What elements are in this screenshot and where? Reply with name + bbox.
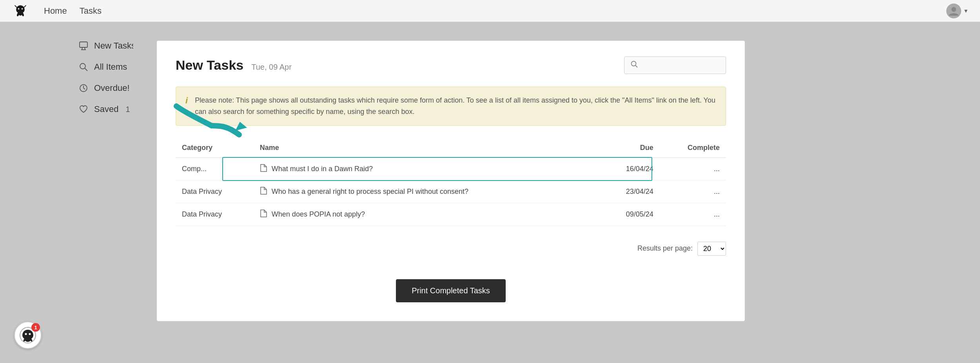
task-name[interactable]: When does POPIA not apply? bbox=[254, 203, 582, 226]
monitor-icon bbox=[78, 41, 89, 51]
table-row[interactable]: Data Privacy When does POPIA not apply? bbox=[176, 203, 726, 226]
sidebar: New Tasks 3 All Items 4 Overdue! bbox=[0, 22, 133, 363]
col-complete: Complete bbox=[660, 140, 726, 158]
main-card: New Tasks Tue, 09 Apr i Please note: bbox=[157, 41, 745, 321]
sidebar-item-new-tasks[interactable]: New Tasks 3 bbox=[78, 41, 121, 51]
task-complete[interactable]: ... bbox=[660, 157, 726, 180]
task-spacer bbox=[582, 203, 600, 226]
sidebar-saved-badge: 1 bbox=[125, 105, 130, 114]
sidebar-new-tasks-label: New Tasks bbox=[94, 41, 136, 51]
card-date: Tue, 09 Apr bbox=[251, 63, 292, 72]
document-icon bbox=[260, 209, 267, 219]
svg-line-11 bbox=[83, 88, 85, 89]
search-input[interactable] bbox=[642, 61, 719, 69]
task-table: Category Name Due Complete Comp... bbox=[176, 140, 726, 226]
print-completed-button[interactable]: Print Completed Tasks bbox=[396, 279, 506, 302]
sidebar-overdue-label: Overdue! bbox=[94, 83, 130, 93]
task-spacer bbox=[582, 180, 600, 203]
clock-icon bbox=[78, 83, 89, 93]
task-name-text: When does POPIA not apply? bbox=[272, 210, 365, 219]
task-name-cell: When does POPIA not apply? bbox=[260, 209, 575, 219]
task-complete[interactable]: ... bbox=[660, 203, 726, 226]
task-complete[interactable]: ... bbox=[660, 180, 726, 203]
svg-point-7 bbox=[80, 63, 85, 69]
sidebar-all-items-label: All Items bbox=[94, 62, 127, 72]
col-due: Due bbox=[600, 140, 659, 158]
app-logo[interactable] bbox=[13, 3, 28, 19]
document-icon bbox=[260, 164, 267, 174]
svg-line-8 bbox=[85, 69, 88, 71]
sidebar-item-overdue[interactable]: Overdue! bbox=[78, 83, 121, 93]
svg-point-0 bbox=[18, 8, 20, 9]
info-icon: i bbox=[185, 96, 188, 106]
heart-icon bbox=[78, 104, 89, 114]
col-name: Name bbox=[254, 140, 582, 158]
card-title-group: New Tasks Tue, 09 Apr bbox=[176, 58, 292, 73]
task-category: Comp... bbox=[176, 157, 254, 180]
svg-point-1 bbox=[22, 8, 23, 9]
notification-badge: 1 bbox=[31, 323, 40, 332]
task-spacer bbox=[582, 157, 600, 180]
bottom-badge[interactable]: 1 bbox=[14, 321, 42, 349]
page-title: New Tasks bbox=[176, 58, 243, 73]
svg-line-13 bbox=[635, 65, 637, 67]
results-per-page-row: Results per page: 20 50 100 bbox=[176, 242, 726, 256]
task-name-cell: Who has a general right to process speci… bbox=[260, 187, 575, 197]
document-icon bbox=[260, 187, 267, 197]
nav-tasks[interactable]: Tasks bbox=[80, 6, 102, 16]
main-content: New Tasks Tue, 09 Apr i Please note: bbox=[133, 22, 980, 363]
results-per-page-select[interactable]: 20 50 100 bbox=[697, 242, 726, 256]
col-category: Category bbox=[176, 140, 254, 158]
task-name[interactable]: Who has a general right to process speci… bbox=[254, 180, 582, 203]
task-due: 09/05/24 bbox=[600, 203, 659, 226]
info-text: Please note: This page shows all outstan… bbox=[195, 95, 716, 117]
nav-links: Home Tasks bbox=[44, 6, 946, 16]
task-name-text: What must I do in a Dawn Raid? bbox=[272, 165, 373, 173]
task-name-text: Who has a general right to process speci… bbox=[272, 188, 468, 196]
task-name-cell: What must I do in a Dawn Raid? bbox=[260, 164, 575, 174]
top-navigation: Home Tasks ▾ bbox=[0, 0, 980, 22]
task-category: Data Privacy bbox=[176, 203, 254, 226]
task-category: Data Privacy bbox=[176, 180, 254, 203]
table-row[interactable]: Data Privacy Who has a general right to … bbox=[176, 180, 726, 203]
task-due: 16/04/24 bbox=[600, 157, 659, 180]
task-name[interactable]: What must I do in a Dawn Raid? bbox=[254, 157, 582, 180]
svg-point-12 bbox=[632, 61, 636, 66]
sidebar-saved-label: Saved bbox=[94, 104, 118, 114]
svg-rect-3 bbox=[80, 42, 87, 47]
svg-line-4 bbox=[82, 47, 82, 50]
svg-point-2 bbox=[951, 7, 956, 12]
sidebar-item-saved[interactable]: Saved 1 bbox=[78, 104, 121, 114]
table-row[interactable]: Comp... What must I do in a Dawn Raid? bbox=[176, 157, 726, 180]
svg-point-16 bbox=[25, 333, 27, 335]
task-due: 23/04/24 bbox=[600, 180, 659, 203]
results-per-page-label: Results per page: bbox=[637, 244, 693, 253]
chevron-down-icon: ▾ bbox=[964, 7, 967, 14]
search-box[interactable] bbox=[624, 56, 726, 74]
col-spacer bbox=[582, 140, 600, 158]
sidebar-item-all-items[interactable]: All Items 4 bbox=[78, 62, 121, 72]
svg-line-5 bbox=[85, 47, 85, 50]
user-menu[interactable]: ▾ bbox=[946, 4, 967, 18]
nav-home[interactable]: Home bbox=[44, 6, 67, 16]
avatar bbox=[946, 4, 961, 18]
svg-point-17 bbox=[29, 333, 31, 335]
card-header: New Tasks Tue, 09 Apr bbox=[176, 56, 726, 74]
search-icon bbox=[631, 61, 638, 70]
print-button-row: Print Completed Tasks bbox=[176, 279, 726, 302]
search-icon bbox=[78, 62, 89, 72]
info-box: i Please note: This page shows all outst… bbox=[176, 87, 726, 126]
